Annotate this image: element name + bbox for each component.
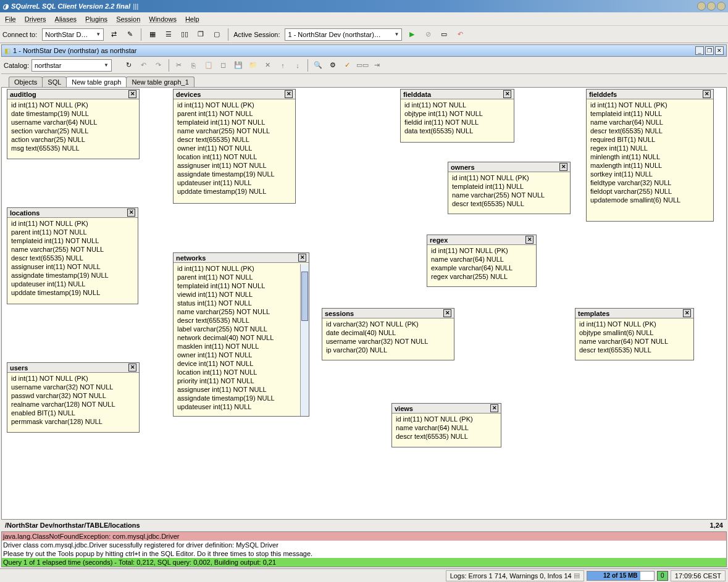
menu-aliases[interactable]: Aliases <box>55 15 77 23</box>
save-icon[interactable]: 💾 <box>232 59 245 72</box>
sub-minimize-icon[interactable]: _ <box>695 46 704 55</box>
sub-close-icon[interactable]: ✕ <box>715 46 724 55</box>
column-row[interactable]: regex int(11) NULL <box>590 144 709 152</box>
column-row[interactable]: action varchar(25) NULL <box>11 135 135 144</box>
delete-icon[interactable]: ✕ <box>262 59 274 72</box>
column-row[interactable]: name varchar(255) NOT NULL <box>177 307 296 316</box>
menu-windows[interactable]: Windows <box>149 15 177 23</box>
column-row[interactable]: regex varchar(255) NULL <box>431 272 532 281</box>
column-row[interactable]: date timestamp(19) NULL <box>11 109 135 118</box>
column-row[interactable]: username varchar(32) NOT NULL <box>11 383 135 391</box>
memory-bar[interactable]: 12 of 15 MB <box>587 571 655 581</box>
column-row[interactable]: fieldid int(11) NOT NULL <box>404 118 510 127</box>
table-users[interactable]: users✕id int(11) NOT NULL (PK)username v… <box>7 362 140 433</box>
cascade-icon[interactable]: ❐ <box>195 28 207 41</box>
tab-new-table-graph_1[interactable]: New table graph_1 <box>126 77 194 87</box>
close-table-icon[interactable]: ✕ <box>559 163 567 171</box>
column-row[interactable]: upddate timestamp(19) NULL <box>177 187 291 196</box>
column-row[interactable]: updateuser int(11) NULL <box>11 280 134 288</box>
connect-icon[interactable]: ⇄ <box>107 28 120 41</box>
column-row[interactable]: name varchar(255) NOT NULL <box>452 191 566 199</box>
column-row[interactable]: id int(11) NOT NULL (PK) <box>11 101 135 109</box>
menu-session[interactable]: Session <box>116 15 140 23</box>
column-row[interactable]: updateuser int(11) NULL <box>177 178 291 187</box>
catalog-combo[interactable]: northstar▼ <box>31 59 112 72</box>
menu-drivers[interactable]: Drivers <box>25 15 46 23</box>
folder-icon[interactable]: 📁 <box>247 59 259 72</box>
column-row[interactable]: owner int(11) NOT NULL <box>177 351 296 359</box>
table-owners[interactable]: owners✕id int(11) NOT NULL (PK)templatei… <box>448 162 571 214</box>
column-row[interactable]: parent int(11) NOT NULL <box>177 109 291 118</box>
column-row[interactable]: templateid int(11) NULL <box>452 182 566 191</box>
menu-plugins[interactable]: Plugins <box>85 15 107 23</box>
column-row[interactable]: section varchar(25) NULL <box>11 127 135 135</box>
column-row[interactable]: assignuser int(11) NOT NULL <box>177 385 296 394</box>
column-row[interactable]: name varchar(64) NULL <box>590 118 709 127</box>
table-sessions[interactable]: sessions✕id varchar(32) NOT NULL (PK)dat… <box>322 308 454 360</box>
column-row[interactable]: location int(11) NOT NULL <box>177 368 296 376</box>
column-row[interactable]: name varchar(64) NULL <box>431 255 532 264</box>
column-row[interactable]: maxlength int(11) NULL <box>590 161 709 170</box>
column-row[interactable]: device int(11) NOT NULL <box>177 359 296 368</box>
table-auditlog[interactable]: auditlog✕id int(11) NOT NULL (PK)date ti… <box>7 89 140 159</box>
column-row[interactable]: assigndate timestamp(19) NULL <box>11 271 134 280</box>
column-row[interactable]: descr text(65535) NULL <box>396 432 497 441</box>
close-table-icon[interactable]: ✕ <box>443 309 451 317</box>
redo-icon[interactable]: ↷ <box>153 59 165 72</box>
sub-restore-icon[interactable]: ❐ <box>705 46 714 55</box>
book-icon[interactable]: ▭▭ <box>356 59 369 72</box>
commit-icon[interactable]: ▭ <box>438 28 450 41</box>
column-row[interactable]: masklen int(11) NOT NULL <box>177 342 296 351</box>
tile-icon[interactable]: ▦ <box>146 28 159 41</box>
column-row[interactable]: date decimal(40) NULL <box>326 328 450 337</box>
filter-icon[interactable]: ⚙ <box>327 59 339 72</box>
column-row[interactable]: upddate timestamp(19) NULL <box>11 288 134 297</box>
close-table-icon[interactable]: ✕ <box>285 90 293 98</box>
graph-canvas[interactable]: auditlog✕id int(11) NOT NULL (PK)date ti… <box>1 88 727 519</box>
column-row[interactable]: assignuser int(11) NOT NULL <box>11 262 134 271</box>
column-row[interactable]: id int(11) NOT NULL (PK) <box>396 415 497 423</box>
column-row[interactable]: descr text(65535) NULL <box>452 199 566 208</box>
column-row[interactable]: name varchar(64) NULL <box>396 423 497 432</box>
column-row[interactable]: id int(11) NOT NULL <box>404 101 510 109</box>
column-row[interactable]: templateid int(11) NULL <box>590 109 709 118</box>
column-row[interactable]: assigndate timestamp(19) NULL <box>177 394 296 402</box>
column-row[interactable]: updateuser int(11) NULL <box>177 402 296 411</box>
undo-icon[interactable]: ↶ <box>138 59 150 72</box>
connect-combo[interactable]: NorthStar D…▼ <box>42 28 104 41</box>
scrollbar[interactable] <box>300 264 309 416</box>
close-button[interactable] <box>717 2 726 10</box>
run-icon[interactable]: ▶ <box>406 28 418 41</box>
refresh-icon[interactable]: ↻ <box>123 59 135 72</box>
table-locations[interactable]: locations✕id int(11) NOT NULL (PK)parent… <box>7 207 138 304</box>
table-networks[interactable]: networks✕id int(11) NOT NULL (PK)parent … <box>173 252 309 417</box>
new-icon[interactable]: ◻ <box>217 59 230 72</box>
rollback-icon[interactable]: ↶ <box>454 28 466 41</box>
column-row[interactable]: passwd varchar(32) NOT NULL <box>11 391 135 400</box>
column-row[interactable]: id int(11) NOT NULL (PK) <box>431 246 532 255</box>
close-table-icon[interactable]: ✕ <box>128 90 136 98</box>
tab-objects[interactable]: Objects <box>9 77 43 87</box>
active-session-combo[interactable]: 1 - NorthStar Dev (northstar)…▼ <box>285 28 402 41</box>
column-row[interactable]: assigndate timestamp(19) NULL <box>177 170 291 178</box>
column-row[interactable]: minlength int(11) NULL <box>590 152 709 161</box>
column-row[interactable]: sortkey int(11) NULL <box>590 170 709 178</box>
stop-icon[interactable]: ⊘ <box>422 28 434 41</box>
up-icon[interactable]: ↑ <box>277 59 289 72</box>
column-row[interactable]: id int(11) NOT NULL (PK) <box>590 101 709 109</box>
column-row[interactable]: updatemode smallint(6) NULL <box>590 196 709 204</box>
column-row[interactable]: id int(11) NOT NULL (PK) <box>452 173 566 182</box>
column-row[interactable]: msg text(65535) NULL <box>11 144 135 152</box>
tab-new-table-graph[interactable]: New table graph <box>66 77 127 87</box>
table-templates[interactable]: templates✕id int(11) NOT NULL (PK)objtyp… <box>575 308 694 360</box>
column-row[interactable]: descr text(65535) NULL <box>177 135 291 144</box>
tab-sql[interactable]: SQL <box>42 77 67 87</box>
column-row[interactable]: username varchar(64) NULL <box>11 118 135 127</box>
menu-file[interactable]: File <box>5 15 16 23</box>
close-table-icon[interactable]: ✕ <box>298 254 306 262</box>
close-table-icon[interactable]: ✕ <box>127 209 135 217</box>
close-table-icon[interactable]: ✕ <box>703 90 711 98</box>
column-row[interactable]: objtype smallint(6) NULL <box>579 328 690 337</box>
maximize-icon[interactable]: ▢ <box>211 28 223 41</box>
paste-icon[interactable]: 📋 <box>203 59 215 72</box>
